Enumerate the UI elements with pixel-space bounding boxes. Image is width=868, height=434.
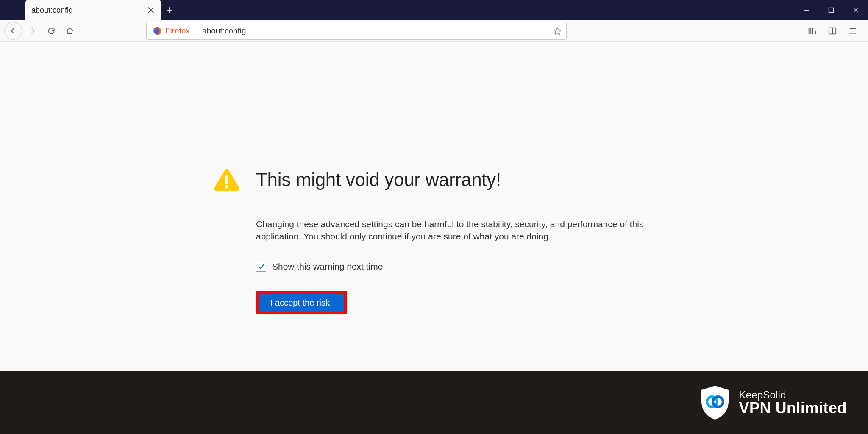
firefox-icon [153, 26, 162, 36]
page-content: This might void your warranty! Changing … [0, 42, 868, 372]
svg-rect-5 [225, 175, 228, 184]
sidebar-icon[interactable] [824, 22, 841, 39]
footer-banner: KeepSolid VPN Unlimited [0, 371, 868, 434]
warning-body: Changing these advanced settings can be … [256, 218, 654, 243]
warning-icon [214, 168, 240, 192]
checkbox[interactable] [256, 262, 266, 272]
browser-tab[interactable]: about:config [25, 0, 161, 20]
menu-icon[interactable] [844, 22, 861, 39]
maximize-button[interactable] [819, 0, 843, 20]
accept-risk-button[interactable]: I accept the risk! [259, 294, 344, 312]
tab-strip: about:config [0, 0, 178, 20]
svg-rect-0 [804, 10, 809, 11]
tab-title: about:config [31, 6, 142, 15]
browser-toolbar: Firefox about:config [0, 20, 868, 42]
close-window-button[interactable] [843, 0, 868, 20]
window-titlebar: about:config [0, 0, 868, 20]
window-controls [794, 0, 868, 20]
accept-button-highlight: I accept the risk! [256, 291, 347, 314]
home-button[interactable] [62, 23, 78, 39]
new-tab-button[interactable] [161, 0, 178, 20]
brand-bottom: VPN Unlimited [739, 400, 847, 416]
back-button[interactable] [4, 22, 22, 40]
warning-title: This might void your warranty! [256, 169, 501, 190]
bookmark-star-icon[interactable] [548, 26, 566, 36]
reload-button[interactable] [43, 23, 59, 39]
identity-label: Firefox [165, 26, 190, 36]
brand-top: KeepSolid [739, 389, 847, 400]
forward-button [25, 23, 41, 39]
minimize-button[interactable] [794, 0, 819, 20]
checkbox-label: Show this warning next time [272, 262, 383, 272]
show-warning-checkbox-row[interactable]: Show this warning next time [256, 262, 654, 272]
svg-rect-1 [829, 8, 834, 13]
close-tab-icon[interactable] [147, 6, 155, 14]
svg-point-6 [225, 185, 228, 188]
url-text[interactable]: about:config [196, 26, 548, 36]
footer-brand: KeepSolid VPN Unlimited [739, 389, 847, 416]
library-icon[interactable] [804, 22, 821, 39]
identity-box[interactable]: Firefox [147, 22, 196, 39]
url-bar[interactable]: Firefox about:config [146, 22, 567, 40]
vpn-shield-icon [700, 385, 730, 420]
